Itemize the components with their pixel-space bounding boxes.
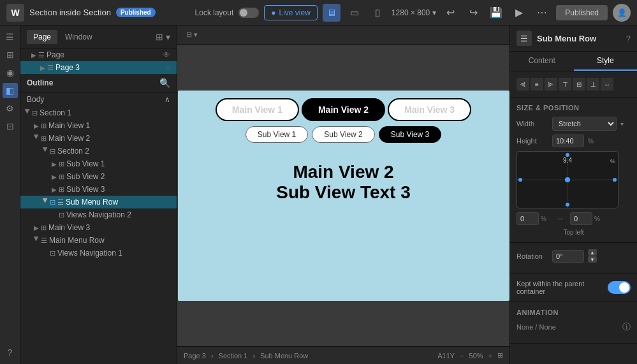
tree-item-subview3[interactable]: ▶ ⊞ Sub View 3 <box>20 183 177 196</box>
tree-item-mainview1[interactable]: ▶ ⊞ Main View 1 <box>20 119 177 132</box>
width-dropdown-icon: ▾ <box>620 120 631 127</box>
pos-handle-left[interactable] <box>518 178 522 182</box>
mobile-icon[interactable]: ▯ <box>369 4 386 22</box>
redo-button[interactable]: ↪ <box>464 4 482 22</box>
pos-right-field: % <box>570 212 604 225</box>
iconbar-settings[interactable]: ⚙ <box>3 101 18 116</box>
sub-tab-2[interactable]: Sub View 2 <box>312 126 375 143</box>
iconbar-layers[interactable]: ◧ <box>3 83 18 98</box>
pos-separator: ↔ <box>555 214 566 223</box>
width-row: Width Stretch ▾ <box>516 117 631 131</box>
breadcrumb-page[interactable]: Page 3 <box>184 352 206 360</box>
breadcrumb-submenu[interactable]: Sub Menu Row <box>260 352 308 360</box>
a11y-label: A11Y <box>437 352 455 360</box>
rotation-up[interactable]: ▲ <box>588 249 597 256</box>
align-right-icon[interactable]: ⫸ <box>545 78 557 91</box>
outline-search-icon[interactable]: 🔍 <box>159 78 170 88</box>
sub-tab-3[interactable]: Sub View 3 <box>379 126 442 143</box>
animation-info-icon[interactable]: ⓘ <box>622 321 631 333</box>
pos-handle-right[interactable] <box>613 178 617 182</box>
align-center-icon[interactable]: ≡ <box>531 78 543 91</box>
rpanel-tab-style[interactable]: Style <box>574 52 638 71</box>
rotation-label: Rotation <box>516 252 548 260</box>
bottombar: Page 3 › Section 1 › Sub Menu Row A11Y −… <box>177 346 509 364</box>
viewnav1-icon: ⊡ <box>50 249 55 258</box>
iconbar-apps[interactable]: ⊡ <box>3 119 18 134</box>
parent-container-row: Kept within the parent container <box>516 280 631 295</box>
rpanel-rotation: Rotation ▲ ▼ <box>510 243 637 273</box>
mainmenurow-arrow: ▶ <box>33 236 40 245</box>
iconbar-assets[interactable]: ◉ <box>3 65 18 80</box>
main-tab-1[interactable]: Main View 1 <box>216 98 299 121</box>
align-left-icon[interactable]: ⫷ <box>516 78 529 91</box>
width-select[interactable]: Stretch <box>552 117 617 131</box>
position-diagram: 9.4 % <box>516 151 619 208</box>
pos-right-input[interactable] <box>570 212 592 225</box>
rotation-input[interactable] <box>552 250 584 263</box>
tab-window[interactable]: Window <box>59 30 99 44</box>
align-mid-icon[interactable]: ⊟ <box>573 78 585 91</box>
monitor-icon[interactable]: 🖥 <box>323 4 340 22</box>
page-item-page3[interactable]: ▶ ☰ Page 3 ⌂ <box>20 61 177 74</box>
lock-layout-toggle[interactable] <box>238 8 259 18</box>
panel-tabs: Page Window ⊞ ▾ <box>20 25 177 48</box>
rotation-stepper[interactable]: ▲ ▼ <box>588 249 597 263</box>
save-button[interactable]: 💾 <box>487 4 505 22</box>
tree-item-subview1[interactable]: ▶ ⊞ Sub View 1 <box>20 157 177 170</box>
tree-item-mainview3[interactable]: ▶ ⊞ Main View 3 <box>20 221 177 234</box>
toggle-knob <box>619 282 629 293</box>
tree-item-viewnav1[interactable]: ⊡ Views Navigation 1 <box>20 247 177 259</box>
iconbar-components[interactable]: ⊞ <box>3 47 18 62</box>
page-menu-icon[interactable]: ▾ <box>166 32 170 42</box>
rotation-row: Rotation ▲ ▼ <box>516 249 631 263</box>
tree-item-mainview2[interactable]: ▶ ⊞ Main View 2 <box>20 132 177 145</box>
rotation-down[interactable]: ▼ <box>588 256 597 263</box>
fit-btn[interactable]: ⊞ <box>497 351 503 360</box>
undo-button[interactable]: ↩ <box>441 4 459 22</box>
tree-item-section2[interactable]: ▶ ⊟ Section 2 <box>20 145 177 157</box>
preview-button[interactable]: ▶ <box>510 4 528 22</box>
distribute-h-icon[interactable]: ↔ <box>601 78 613 91</box>
pos-top-val: 9.4 <box>563 157 572 164</box>
pos-left-input[interactable] <box>516 212 539 225</box>
live-view-button[interactable]: ● Live view <box>264 5 318 20</box>
tab-page[interactable]: Page <box>27 30 57 44</box>
main-nav-tabs: Main View 1 Main View 2 Main View 3 <box>178 91 509 121</box>
iconbar-pages[interactable]: ☰ <box>3 29 18 45</box>
tree-item-submenurow[interactable]: ▶ ⊡ ☰ Sub Menu Row <box>20 196 177 208</box>
publish-button[interactable]: Published <box>556 5 608 20</box>
rpanel-help-icon[interactable]: ? <box>626 34 631 43</box>
mainview1-arrow: ▶ <box>32 122 41 129</box>
subview2-icon: ⊞ <box>59 173 64 181</box>
page-action-icon[interactable]: ⊞ <box>156 32 163 42</box>
align-bot-icon[interactable]: ⊥ <box>587 78 599 91</box>
zoom-plus[interactable]: + <box>488 352 492 360</box>
main-tab-2[interactable]: Main View 2 <box>302 98 385 121</box>
parent-container-label: Kept within the parent container <box>516 280 608 295</box>
zoom-minus[interactable]: − <box>460 352 464 360</box>
tree-item-section1[interactable]: ▶ ⊟ Section 1 <box>20 106 177 119</box>
tree-item-subview2[interactable]: ▶ ⊞ Sub View 2 <box>20 170 177 183</box>
tree-item-viewnav2[interactable]: ⊡ Views Navigation 2 <box>20 208 177 221</box>
align-top-icon[interactable]: ⊤ <box>559 78 571 91</box>
canvas-toolbar-item[interactable]: ⊟ ▾ <box>182 29 201 40</box>
pos-handle-bottom[interactable] <box>566 203 569 207</box>
sub-tab-1[interactable]: Sub View 1 <box>245 126 309 143</box>
height-input[interactable] <box>552 135 584 147</box>
breadcrumb-section[interactable]: Section 1 <box>219 352 248 360</box>
pos-lr-row: % ↔ % <box>516 212 631 225</box>
rpanel-icon: ☰ <box>516 31 532 46</box>
body-expand-icon[interactable]: ∧ <box>165 95 170 104</box>
tree-item-mainmenurow[interactable]: ▶ ☰ Main Menu Row <box>20 234 177 247</box>
iconbar-help[interactable]: ? <box>3 345 18 360</box>
main-tab-3[interactable]: Main View 3 <box>388 98 471 121</box>
page-eye-icon[interactable]: 👁 <box>163 50 174 59</box>
canvas-heading2: Sub View Text 3 <box>178 182 509 203</box>
rpanel-tab-content[interactable]: Content <box>510 52 574 71</box>
page3-icon: ☰ <box>47 64 54 72</box>
parent-container-toggle[interactable] <box>608 281 631 294</box>
page-item-page[interactable]: ▶ ☰ Page 👁 <box>20 48 177 61</box>
more-button[interactable]: ⋯ <box>533 4 551 22</box>
canvas-toolbar: ⊟ ▾ <box>177 25 509 45</box>
tablet-icon[interactable]: ▭ <box>346 4 363 22</box>
